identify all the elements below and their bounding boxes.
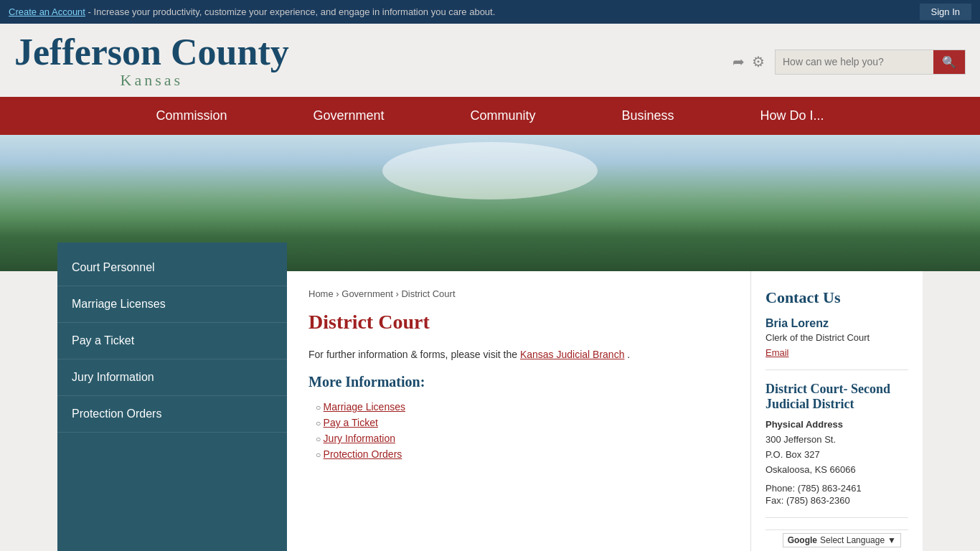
header-right: ➦ ⚙ 🔍 (732, 50, 966, 75)
info-list: Marriage Licenses Pay a Ticket Jury Info… (308, 399, 729, 462)
search-input[interactable] (776, 51, 933, 72)
link-protection-orders[interactable]: Protection Orders (324, 448, 402, 460)
fax-text: Fax: (785) 863-2360 (765, 495, 908, 506)
search-box: 🔍 (775, 50, 966, 75)
address-line-2: P.O. Box 327 (765, 448, 908, 463)
address-text: 300 Jefferson St. P.O. Box 327 Oskaloosa… (765, 433, 908, 477)
nav-item-how-do-i[interactable]: How Do I... (717, 97, 867, 135)
right-panel: Contact Us Bria Lorenz Clerk of the Dist… (750, 271, 923, 551)
link-jury-information[interactable]: Jury Information (324, 433, 395, 444)
top-bar: Create an Account - Increase your produc… (0, 0, 980, 24)
content-wrapper: Court Personnel Marriage Licenses Pay a … (0, 271, 980, 551)
section-divider-2 (765, 517, 908, 518)
main-content: Home › Government › District Court Distr… (287, 271, 750, 551)
body-paragraph: For further information & forms, please … (308, 347, 729, 362)
contact-name: Bria Lorenz (765, 317, 908, 330)
share-icon[interactable]: ➦ (732, 53, 745, 70)
header-icons: ➦ ⚙ (732, 53, 765, 70)
translate-bar[interactable]: Google Select Language ▼ (765, 529, 908, 550)
district-name: District Court- Second Judicial District (765, 382, 908, 412)
breadcrumb-current: District Court (401, 288, 455, 299)
sign-in-button[interactable]: Sign In (920, 4, 971, 20)
nav-item-business[interactable]: Business (579, 97, 717, 135)
top-bar-message: Create an Account - Increase your produc… (9, 6, 495, 17)
sidebar-item-pay-a-ticket[interactable]: Pay a Ticket (57, 323, 287, 359)
site-logo[interactable]: Jefferson County Kansas (14, 34, 289, 90)
page-title: District Court (308, 311, 729, 334)
list-item: Jury Information (316, 430, 729, 446)
breadcrumb: Home › Government › District Court (308, 288, 729, 299)
link-pay-a-ticket[interactable]: Pay a Ticket (324, 417, 378, 428)
list-item: Marriage Licenses (316, 399, 729, 415)
site-subtitle: Kansas (14, 71, 289, 90)
google-logo: Google (788, 535, 817, 545)
list-item: Pay a Ticket (316, 415, 729, 430)
search-button[interactable]: 🔍 (933, 50, 965, 74)
nav-item-government[interactable]: Government (270, 97, 427, 135)
translate-label: Select Language (820, 535, 885, 545)
top-bar-description: - Increase your productivity, customize … (88, 6, 496, 17)
kansas-judicial-branch-link[interactable]: Kansas Judicial Branch (520, 349, 625, 360)
section-divider (765, 369, 908, 370)
body-text-before: For further information & forms, please … (308, 349, 520, 360)
site-title: Jefferson County (14, 34, 289, 71)
contact-email-link[interactable]: Email (765, 347, 789, 358)
address-label: Physical Address (765, 419, 908, 430)
breadcrumb-home[interactable]: Home (308, 288, 334, 299)
phone-text: Phone: (785) 863-2461 (765, 483, 908, 494)
header: Jefferson County Kansas ➦ ⚙ 🔍 (0, 24, 980, 97)
link-marriage-licenses[interactable]: Marriage Licenses (324, 401, 405, 413)
breadcrumb-government[interactable]: Government (341, 288, 393, 299)
nav-item-community[interactable]: Community (427, 97, 578, 135)
google-translate-widget[interactable]: Google Select Language ▼ (783, 533, 901, 547)
more-info-heading: More Information: (308, 374, 729, 390)
translate-arrow-icon: ▼ (887, 535, 896, 545)
contact-heading: Contact Us (765, 288, 908, 307)
sidebar: Court Personnel Marriage Licenses Pay a … (57, 242, 287, 551)
main-nav: Commission Government Community Business… (0, 97, 980, 135)
gear-icon[interactable]: ⚙ (752, 53, 765, 70)
list-item: Protection Orders (316, 446, 729, 462)
create-account-link[interactable]: Create an Account (9, 6, 85, 17)
address-line-1: 300 Jefferson St. (765, 433, 908, 448)
nav-item-commission[interactable]: Commission (113, 97, 270, 135)
sidebar-item-marriage-licenses[interactable]: Marriage Licenses (57, 286, 287, 323)
sidebar-item-court-personnel[interactable]: Court Personnel (57, 250, 287, 286)
sidebar-item-jury-information[interactable]: Jury Information (57, 359, 287, 396)
body-text-end: . (627, 349, 630, 360)
address-line-3: Oskaloosa, KS 66066 (765, 463, 908, 478)
contact-role: Clerk of the District Court (765, 332, 908, 343)
sidebar-item-protection-orders[interactable]: Protection Orders (57, 396, 287, 433)
